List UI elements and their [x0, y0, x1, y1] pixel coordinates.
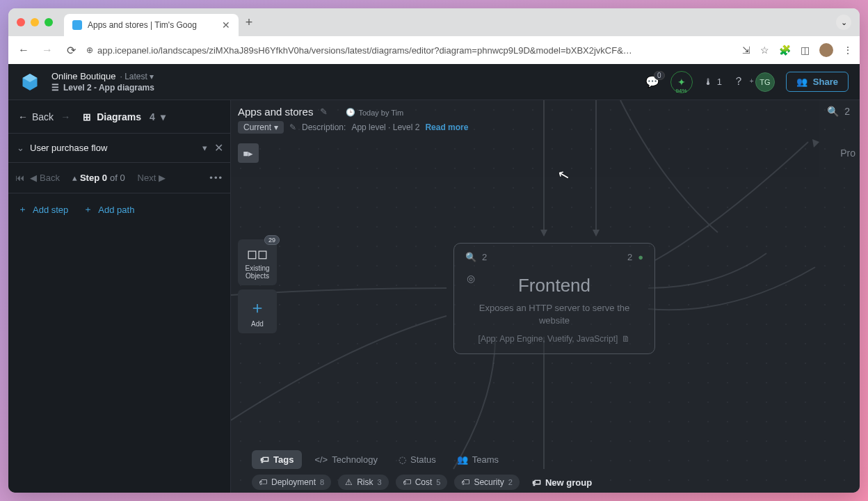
tab-close-button[interactable]: ✕ — [222, 19, 230, 31]
node-status-icon: ● — [638, 252, 643, 262]
project-info: Online Boutique · Latest ▾ ☰ Level 2 - A… — [51, 71, 154, 93]
traffic-lights — [17, 18, 53, 26]
titlebar: Apps and stores | Tim's Goog ✕ + ⌄ — [8, 8, 860, 36]
code-icon: </> — [314, 454, 328, 465]
diagrams-icon: ⊞ — [83, 111, 91, 122]
project-name-row[interactable]: Online Boutique · Latest ▾ — [51, 71, 154, 81]
level-text: Level 2 - App diagrams — [63, 83, 154, 93]
browser-tab[interactable]: Apps and stores | Tim's Goog ✕ — [64, 14, 239, 36]
zoom-icon[interactable]: 🔍 — [827, 106, 839, 117]
install-app-icon[interactable]: ⇲ — [742, 45, 750, 56]
add-path-button[interactable]: ＋Add path — [83, 203, 134, 216]
user-avatar[interactable]: +TG — [755, 72, 775, 92]
canvas-toolbox: 29 ◻◻ Existing Objects ＋ Add — [238, 239, 277, 333]
panel-breadcrumb: ← Back → ⊞ Diagrams 4 ▾ — [8, 100, 230, 134]
tab-status[interactable]: ◌Status — [390, 450, 444, 469]
diagram-meta: 🕒Today by Tim — [346, 108, 403, 117]
tab-technology[interactable]: </>Technology — [306, 450, 386, 469]
step-next-button[interactable]: Next ▶ — [138, 173, 166, 183]
edit-desc-icon[interactable]: ✎ — [289, 122, 296, 132]
profile-avatar[interactable] — [819, 43, 833, 57]
browser-window: Apps and stores | Tim's Goog ✕ + ⌄ ← → ⟳… — [8, 8, 860, 493]
share-button[interactable]: 👥Share — [786, 72, 849, 92]
health-button[interactable]: ✦94% — [670, 71, 693, 93]
tab-teams[interactable]: 👥Teams — [449, 450, 507, 469]
temperature-indicator[interactable]: 🌡1 — [704, 77, 722, 87]
user-initials: TG — [760, 78, 770, 86]
tab-tags[interactable]: 🏷Tags — [252, 450, 302, 469]
video-icon: ■▸ — [243, 148, 254, 159]
status-icon: ◌ — [399, 454, 406, 465]
canvas-top-right: 🔍 2 — [827, 106, 850, 117]
browser-menu-icon[interactable]: ⋮ — [843, 45, 853, 56]
extensions-icon[interactable]: 🧩 — [779, 45, 791, 56]
crumb-back-button[interactable]: ← Back — [18, 111, 54, 122]
crumb-forward-button[interactable]: → — [61, 111, 70, 122]
health-pct: 94% — [676, 88, 687, 94]
window-close-button[interactable] — [17, 18, 25, 26]
team-icon: 👥 — [457, 454, 468, 465]
comments-button[interactable]: 💬0 — [645, 75, 659, 88]
node-doc-icon[interactable]: 🗎 — [622, 334, 630, 344]
chip-deployment[interactable]: 🏷 Deployment 8 — [252, 475, 331, 490]
url-field[interactable]: ⊕ app.icepanel.io/landscapes/ziMXhaJ89sH… — [86, 45, 735, 56]
version-pill[interactable]: Current ▾ — [238, 121, 284, 134]
header-right: 💬0 ✦94% 🌡1 ？ +TG 👥Share — [645, 71, 849, 93]
flow-name: User purchase flow — [30, 143, 202, 153]
app-header: Online Boutique · Latest ▾ ☰ Level 2 - A… — [8, 64, 860, 100]
diagram-title-block: Apps and stores ✎ 🕒Today by Tim — [238, 106, 403, 118]
step-back-button[interactable]: ◀ Back — [30, 173, 60, 183]
canvas-area[interactable]: Apps and stores ✎ 🕒Today by Tim 🔍 2 Curr… — [231, 100, 860, 493]
chip-security[interactable]: 🏷 Security 2 — [454, 475, 519, 490]
new-tag-group-button[interactable]: 🏷New group — [532, 477, 592, 488]
url-actions: ⇲ ☆ 🧩 ◫ ⋮ — [742, 43, 853, 57]
help-button[interactable]: ？ — [733, 74, 744, 89]
tag-chip-row: 🏷 Deployment 8 ⚠ Risk 3 🏷 Cost 5 🏷 Secur… — [252, 475, 592, 490]
level-breadcrumb[interactable]: ☰ Level 2 - App diagrams — [51, 83, 154, 93]
chip-risk[interactable]: ⚠ Risk 3 — [338, 475, 388, 490]
chip-cost[interactable]: 🏷 Cost 5 — [396, 475, 448, 490]
add-row: ＋Add step ＋Add path — [8, 193, 230, 225]
step-first-button[interactable]: ⏮ — [15, 173, 24, 183]
node-frontend[interactable]: 🔍 2 2 ● ◎ Frontend Exposes an HTTP serve… — [453, 243, 655, 354]
node-tags: [App: App Engine, Vuetify, JavaScript] 🗎 — [465, 334, 643, 344]
node-focus-icon[interactable]: ◎ — [467, 273, 475, 284]
add-user-icon: + — [750, 77, 754, 85]
plus-icon: ＋ — [249, 296, 266, 319]
bookmark-icon[interactable]: ☆ — [760, 45, 769, 56]
nav-forward-button[interactable]: → — [39, 42, 56, 58]
flow-collapse-button[interactable]: ⌄ — [17, 143, 24, 153]
record-button[interactable]: ■▸ — [238, 143, 259, 163]
add-object-button[interactable]: ＋ Add — [238, 289, 277, 333]
window-minimize-button[interactable] — [31, 18, 39, 26]
tab-overflow-button[interactable]: ⌄ — [836, 15, 851, 30]
share-label: Share — [813, 77, 838, 87]
offscreen-node-label: Pro — [840, 148, 855, 159]
crumb-diagrams-dropdown[interactable]: ⊞ Diagrams 4 ▾ — [83, 111, 166, 122]
url-bar: ← → ⟳ ⊕ app.icepanel.io/landscapes/ziMXh… — [8, 36, 860, 64]
add-step-button[interactable]: ＋Add step — [18, 203, 68, 216]
existing-label: Existing Objects — [241, 264, 274, 280]
nav-back-button[interactable]: ← — [15, 42, 32, 58]
node-zoom-icon[interactable]: 🔍 — [465, 252, 476, 262]
new-tab-button[interactable]: + — [246, 15, 253, 30]
flow-close-button[interactable]: ✕ — [214, 141, 223, 154]
window-zoom-button[interactable] — [45, 18, 53, 26]
flow-header: ⌄ User purchase flow ▾ ✕ — [8, 134, 230, 163]
bottom-tabs: 🏷Tags </>Technology ◌Status 👥Teams — [252, 450, 507, 469]
existing-objects-button[interactable]: 29 ◻◻ Existing Objects — [238, 239, 277, 285]
side-panel-icon[interactable]: ◫ — [801, 45, 810, 56]
site-info-icon: ⊕ — [86, 45, 93, 55]
step-more-button[interactable]: ••• — [209, 173, 223, 183]
node-description: Exposes an HTTP server to serve the webs… — [465, 302, 643, 327]
desc-text: App level · Level 2 — [351, 122, 419, 132]
canvas-header: Apps and stores ✎ 🕒Today by Tim 🔍 2 — [238, 106, 850, 118]
share-icon: 👥 — [796, 77, 807, 87]
zoom-count: 2 — [844, 106, 850, 117]
nav-reload-button[interactable]: ⟳ — [63, 42, 79, 58]
read-more-link[interactable]: Read more — [425, 122, 468, 132]
plus-icon: ＋ — [18, 203, 27, 216]
flow-menu-button[interactable]: ▾ — [202, 143, 207, 153]
add-label: Add — [251, 320, 264, 328]
edit-title-button[interactable]: ✎ — [320, 106, 328, 117]
